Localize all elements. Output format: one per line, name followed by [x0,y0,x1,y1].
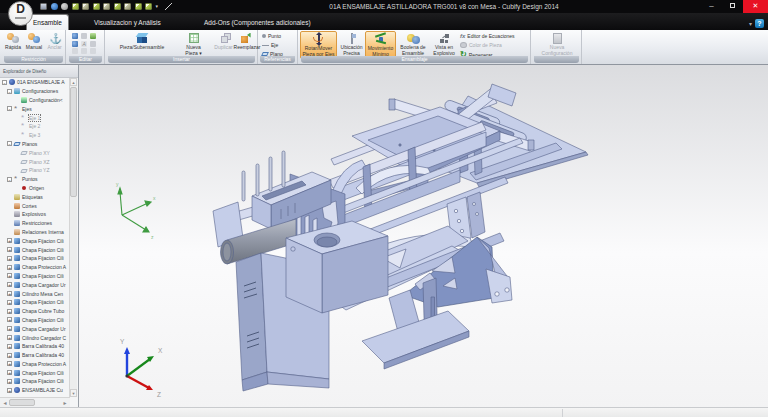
edit-align-icon[interactable] [72,41,78,47]
rotar-mover-button[interactable]: Rotar/Mover Pieza por Ejes [300,31,337,59]
tree-item[interactable]: Cortes [0,201,70,210]
doc-icon[interactable] [145,3,152,10]
tab-ensamble[interactable]: Ensamble [27,15,68,30]
tree-item[interactable]: - 01A ENSAMBLAJE A [0,78,70,87]
expand-toggle-icon[interactable]: - [7,106,12,111]
expand-toggle-icon[interactable]: - [2,80,7,85]
doc-icon[interactable] [82,3,89,10]
expand-toggle-icon[interactable]: + [7,291,12,296]
expand-toggle-icon[interactable]: + [7,317,12,322]
tree-item[interactable]: - Planos [0,140,70,149]
tree-item[interactable]: + Chapa Fijacion Cili [0,368,70,377]
tab-visualizacion[interactable]: Visualizacion y Análisis [88,15,167,30]
tree-item[interactable]: + Chapa Proteccion A [0,263,70,272]
minimize-button[interactable]: – [701,0,722,13]
vertical-scroll-thumb[interactable] [70,87,77,197]
eje-button[interactable]: Eje [262,42,278,48]
save-icon[interactable] [40,3,47,10]
expand-toggle-icon[interactable]: + [7,265,12,270]
edit-scale-icon[interactable] [81,48,87,54]
tree-item[interactable]: - Ejes [0,104,70,113]
scroll-down-icon[interactable]: ▼ [70,389,77,397]
tree-item[interactable]: + Chapa Fijacion Cili [0,236,70,245]
tree-horizontal-scrollbar[interactable]: ◂ ▸ [0,397,70,407]
edit-move-icon[interactable] [72,33,78,39]
tree-item[interactable]: Configuración< [0,96,70,105]
expand-toggle-icon[interactable]: + [7,273,12,278]
edit-mirror-icon[interactable] [90,41,96,47]
tree-item[interactable]: + Chapa Fijacion Cili [0,254,70,263]
expand-toggle-icon[interactable]: + [7,353,12,358]
pieza-subensamble-button[interactable]: Pieza/Subensamble [108,32,176,51]
doc-icon[interactable] [72,3,79,10]
tree-item[interactable]: + Chapa Proteccion A [0,360,70,369]
tree-item[interactable]: + Chapa Fijacion Cili [0,377,70,386]
rapida-button[interactable]: Rápida [3,32,23,51]
tree-item[interactable]: Plano XY [0,148,70,157]
tree-item[interactable]: + Chapa Cubre Tubo [0,307,70,316]
scroll-right-icon[interactable]: ▸ [61,399,69,407]
edit-text-icon[interactable]: A [81,41,87,47]
duplicar-button[interactable]: Duplicar [211,32,236,51]
expand-toggle-icon[interactable]: + [7,326,12,331]
expand-toggle-icon[interactable]: + [7,238,12,243]
expand-toggle-icon[interactable]: + [7,361,12,366]
doc-icon[interactable] [103,3,110,10]
expand-toggle-icon[interactable]: + [7,256,12,261]
movimiento-minimo-button[interactable]: Movimiento Mínimo [365,31,396,59]
help-icon[interactable]: ? [755,19,764,28]
tree-item[interactable]: + Chapa Fijacion Cili [0,298,70,307]
undo-icon[interactable] [51,3,58,10]
nueva-pieza-button[interactable]: Nueva Pieza ▾ [177,32,210,56]
expand-toggle-icon[interactable]: + [7,282,12,287]
expand-toggle-icon[interactable]: + [7,300,12,305]
expand-toggle-icon[interactable]: - [7,89,12,94]
tree-item[interactable]: - Configuraciones [0,87,70,96]
pencil-icon[interactable] [164,3,173,10]
tree-item[interactable]: + ENSAMBLAJE Cu [0,386,70,395]
scroll-left-icon[interactable]: ◂ [1,399,9,407]
tree-item[interactable]: + Cilindro Mesa Cen [0,289,70,298]
tree-item[interactable]: Eje 1 [0,113,70,122]
app-logo[interactable]: D [8,1,33,26]
horizontal-scroll-thumb[interactable] [9,399,35,406]
scroll-up-icon[interactable]: ▲ [70,78,77,86]
expand-toggle-icon[interactable]: + [7,388,12,393]
ubicacion-precisa-button[interactable]: Ubicación Precisa [339,32,364,56]
tree-item[interactable]: + Cilindro Cargador C [0,333,70,342]
tree-item[interactable]: + Chapa Cargador Ur [0,324,70,333]
doc-icon[interactable] [124,3,131,10]
nueva-configuracion-button[interactable]: Nueva Configuración [534,32,580,56]
tree-item[interactable]: Eje 3 [0,131,70,140]
manual-button[interactable]: Manual [24,32,44,51]
tree-item[interactable]: Explosivos [0,210,70,219]
redo-icon[interactable] [61,3,68,10]
expand-toggle-icon[interactable]: + [7,370,12,375]
viewport-3d[interactable]: yxz Y X Z [79,65,768,407]
tree-item[interactable]: + Chapa Fijacion Cili [0,272,70,281]
tree-item[interactable]: + Chapa Fijacion Cili [0,245,70,254]
ribbon-collapse-icon[interactable]: ▾ [749,20,752,27]
doc-icon[interactable] [114,3,121,10]
doc-icon[interactable] [135,3,142,10]
tree-item[interactable]: + Chapa Cargador Ur [0,280,70,289]
tree-item[interactable]: Plano YZ [0,166,70,175]
tree-item[interactable]: Relaciones Interna [0,228,70,237]
tree-item[interactable]: Restricciones [0,219,70,228]
color-pieza-button[interactable]: Color de Pieza [460,42,502,48]
boolena-button[interactable]: Boolena de Ensamble [397,32,429,56]
expand-toggle-icon[interactable]: + [7,309,12,314]
maximize-button[interactable] [722,0,743,13]
expand-toggle-icon[interactable]: - [7,177,12,182]
expand-toggle-icon[interactable]: + [7,379,12,384]
expand-toggle-icon[interactable]: + [7,344,12,349]
tree-item[interactable]: + Barra Calibrada 40 [0,351,70,360]
reemplazar-button[interactable]: Reemplazar [236,32,258,51]
expand-toggle-icon[interactable]: + [7,335,12,340]
anclar-button[interactable]: ⚓ Anclar [45,32,64,51]
expand-toggle-icon[interactable]: + [7,247,12,252]
tree-vertical-scrollbar[interactable]: ▲ ▼ [69,78,77,397]
punto-button[interactable]: Punto [262,33,281,39]
tree-item[interactable]: Etiquetas [0,192,70,201]
tree-item[interactable]: Plano XZ [0,157,70,166]
